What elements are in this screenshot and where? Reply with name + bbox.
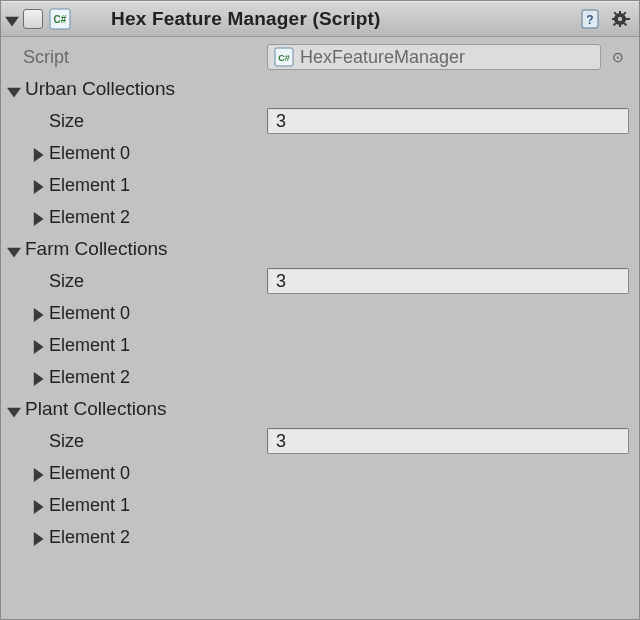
foldout-down-icon[interactable] <box>7 402 21 416</box>
svg-marker-21 <box>34 212 44 226</box>
csharp-script-icon: C# <box>49 8 71 30</box>
element-row[interactable]: Element 0 <box>1 297 639 329</box>
component-title: Hex Feature Manager (Script) <box>75 8 581 30</box>
svg-marker-28 <box>34 500 44 514</box>
svg-rect-7 <box>619 11 621 14</box>
foldout-right-icon[interactable] <box>31 306 45 320</box>
component-enable-checkbox[interactable] <box>23 9 43 29</box>
element-label: Element 2 <box>49 367 130 388</box>
collections-container: Urban Collections Size 3 Element 0 Eleme… <box>1 73 639 553</box>
svg-marker-26 <box>7 408 21 418</box>
foldout-down-icon[interactable] <box>7 82 21 96</box>
svg-marker-20 <box>34 180 44 194</box>
script-label: Script <box>1 47 267 68</box>
element-label: Element 0 <box>49 303 130 324</box>
element-row[interactable]: Element 0 <box>1 137 639 169</box>
svg-marker-19 <box>34 148 44 162</box>
svg-marker-23 <box>34 308 44 322</box>
svg-marker-18 <box>7 88 21 98</box>
svg-rect-8 <box>619 24 621 27</box>
svg-rect-9 <box>612 18 615 20</box>
element-label: Element 0 <box>49 463 130 484</box>
collection-name: Plant Collections <box>25 398 167 420</box>
foldout-right-icon[interactable] <box>31 210 45 224</box>
svg-text:C#: C# <box>278 53 290 63</box>
collection-name: Urban Collections <box>25 78 175 100</box>
element-row[interactable]: Element 1 <box>1 489 639 521</box>
collection-header[interactable]: Urban Collections <box>1 73 639 105</box>
svg-text:C#: C# <box>54 14 67 25</box>
size-row: Size 3 <box>1 105 639 137</box>
element-label: Element 2 <box>49 207 130 228</box>
svg-point-6 <box>618 17 622 21</box>
gear-icon[interactable] <box>611 8 633 30</box>
foldout-right-icon[interactable] <box>31 370 45 384</box>
size-row: Size 3 <box>1 425 639 457</box>
element-row[interactable]: Element 1 <box>1 329 639 361</box>
foldout-right-icon[interactable] <box>31 338 45 352</box>
inspector-component-panel: C# Hex Feature Manager (Script) ? <box>0 0 640 620</box>
foldout-right-icon[interactable] <box>31 530 45 544</box>
element-row[interactable]: Element 2 <box>1 521 639 553</box>
svg-rect-15 <box>628 18 630 20</box>
svg-marker-27 <box>34 468 44 482</box>
foldout-right-icon[interactable] <box>31 466 45 480</box>
size-label: Size <box>23 271 84 292</box>
object-picker-icon[interactable]: ⊙ <box>607 49 629 65</box>
foldout-right-icon[interactable] <box>31 178 45 192</box>
size-input[interactable]: 3 <box>267 268 629 294</box>
svg-marker-29 <box>34 532 44 546</box>
svg-marker-22 <box>7 248 21 258</box>
element-label: Element 2 <box>49 527 130 548</box>
svg-text:?: ? <box>586 13 593 27</box>
element-label: Element 1 <box>49 335 130 356</box>
foldout-right-icon[interactable] <box>31 498 45 512</box>
help-icon[interactable]: ? <box>581 8 603 30</box>
size-row: Size 3 <box>1 265 639 297</box>
svg-marker-0 <box>5 17 19 27</box>
component-foldout-icon[interactable] <box>5 12 19 26</box>
element-label: Element 1 <box>49 175 130 196</box>
size-label: Size <box>23 111 84 132</box>
size-input[interactable]: 3 <box>267 428 629 454</box>
svg-marker-24 <box>34 340 44 354</box>
element-label: Element 0 <box>49 143 130 164</box>
collection-name: Farm Collections <box>25 238 168 260</box>
element-row[interactable]: Element 0 <box>1 457 639 489</box>
component-header[interactable]: C# Hex Feature Manager (Script) ? <box>1 1 639 37</box>
element-row[interactable]: Element 2 <box>1 361 639 393</box>
element-row[interactable]: Element 2 <box>1 201 639 233</box>
svg-marker-25 <box>34 372 44 386</box>
csharp-mini-icon: C# <box>274 47 294 67</box>
script-object-field[interactable]: C# HexFeatureManager <box>267 44 601 70</box>
element-label: Element 1 <box>49 495 130 516</box>
element-row[interactable]: Element 1 <box>1 169 639 201</box>
script-row: Script C# HexFeatureManager ⊙ <box>1 41 639 73</box>
size-label: Size <box>23 431 84 452</box>
foldout-right-icon[interactable] <box>31 146 45 160</box>
collection-header[interactable]: Plant Collections <box>1 393 639 425</box>
collection-header[interactable]: Farm Collections <box>1 233 639 265</box>
script-value: HexFeatureManager <box>300 47 465 68</box>
size-input[interactable]: 3 <box>267 108 629 134</box>
svg-rect-10 <box>625 18 628 20</box>
foldout-down-icon[interactable] <box>7 242 21 256</box>
